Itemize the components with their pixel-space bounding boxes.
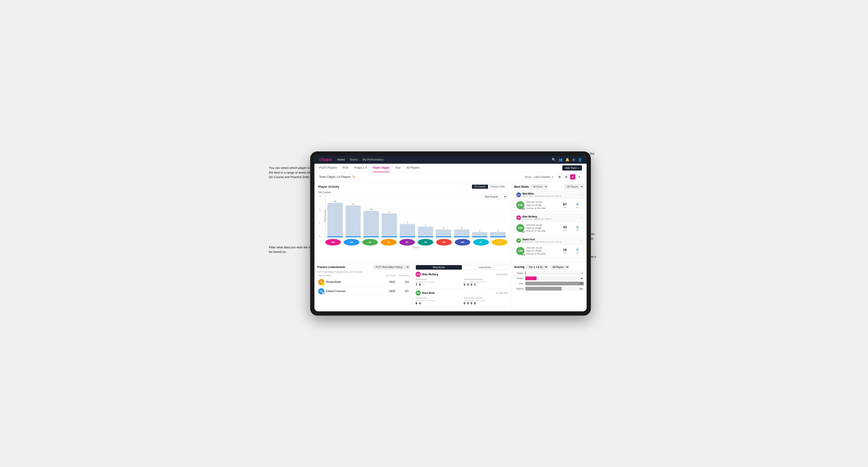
scoring-bars: Eagles 3 Birdies 96 Pars 499 Bogeys 311 — [514, 271, 584, 290]
player-avatar[interactable]: DF — [362, 239, 378, 246]
player-avatar[interactable]: MM — [455, 239, 470, 246]
scoring-title: Scoring — [514, 266, 525, 269]
bar-group: 12 — [346, 197, 361, 237]
active-players-container: BM Blair McHarg 26 Aug 2023 Total Rounds… — [415, 272, 508, 307]
best-shots-title: Best Shots — [514, 185, 529, 188]
bar[interactable] — [328, 203, 343, 237]
add-team-button[interactable]: Add Team + — [562, 165, 582, 170]
chevron-right-icon[interactable]: › — [581, 193, 582, 196]
bar[interactable] — [346, 206, 361, 237]
view-grid4-icon[interactable]: ⊟ — [563, 174, 569, 180]
scoring-bar-fill — [525, 276, 536, 280]
active-player-avatar: RB — [415, 290, 421, 295]
bar[interactable] — [472, 232, 488, 238]
player-avatar[interactable]: JC — [381, 239, 396, 246]
user-circle-icon[interactable]: 👤 — [578, 158, 582, 161]
leaderboard-title: Practice Leaderboards — [317, 266, 345, 269]
tab-pgat-players[interactable]: PGAT Players — [319, 164, 337, 172]
shot-player-sub: 24 Aug 2023 · Royal North Devon GC, Hole… — [522, 241, 579, 243]
shot-details: Shot Dist: 43 ydsStart Lie: RoughEnd Lie… — [526, 224, 559, 232]
tab-tour[interactable]: Tour — [395, 164, 401, 172]
practice-leaderboards-panel: Practice Leaderboards PUTT Must Make Put… — [314, 262, 413, 311]
bar[interactable] — [364, 211, 379, 238]
tab-all-players[interactable]: All Players — [406, 164, 420, 172]
scoring-filter2[interactable]: All Players — [550, 265, 569, 269]
toggle-on-course[interactable]: On Course — [472, 185, 488, 189]
player-avatar[interactable]: LR — [492, 239, 507, 246]
bell-icon[interactable]: 🔔 — [565, 158, 569, 161]
leaderboard-cols: PLAYER NAME PB SCORE PB AVG SQ — [317, 275, 410, 277]
chevron-right-icon[interactable]: › — [581, 239, 582, 242]
bar[interactable] — [418, 227, 433, 237]
chart-dropdown[interactable]: Total Rounds Practice Rounds — [482, 195, 507, 199]
active-total-rounds-group: Total Rounds Tournament Practice 7 6 — [415, 278, 460, 286]
player-activity-panel: Player Activity On Course Practice Drill… — [314, 182, 511, 262]
shot-player-name: Blair McHarg — [522, 215, 579, 218]
view-grid2-icon[interactable]: ⊞ — [557, 174, 562, 180]
on-course-sub-label: On Course — [318, 191, 507, 194]
nav-link-my-performance[interactable]: My Performance — [363, 158, 383, 161]
scoring-filter1[interactable]: Par 3, 4 & 5s — [526, 265, 548, 269]
shot-player-avatar: MM — [516, 192, 521, 197]
scoring-bar-row: Bogeys 311 — [514, 287, 584, 290]
leaderboard-row: EC 2 Edward Crossman 18/20 107 — [317, 287, 410, 296]
bar[interactable] — [490, 232, 505, 238]
player-avatar[interactable]: EE — [399, 239, 415, 246]
players-avatar-row: BMBBDFJCEEGBRBMMECLR — [325, 239, 507, 246]
users-icon[interactable]: 👥 — [559, 158, 563, 161]
toggle-practice-drills[interactable]: Practice Drills — [488, 185, 507, 189]
lb-pb-avg: 107 — [397, 290, 409, 292]
player-avatar[interactable]: EC — [473, 239, 489, 246]
shot-metric-dist: 67 yds — [561, 203, 569, 208]
search-icon[interactable]: 🔍 — [552, 158, 556, 161]
bar[interactable] — [382, 214, 397, 237]
tab-team-clippd[interactable]: Team Clippd — [373, 164, 390, 172]
edit-icon[interactable]: ✏️ — [352, 176, 356, 179]
shot-details: Shot Dist: 67 ydsStart Lie: RoughEnd Lie… — [526, 201, 559, 210]
tablet-frame: clippd Home Teams My Performance 🔍 👥 🔔 ⊕… — [310, 151, 591, 315]
y-axis-labels: 15 10 5 0 — [319, 195, 321, 237]
shot-card-header: BM Blair McHarg 23 Jul 2023 · Aldridge G… — [515, 214, 584, 222]
tab-pga[interactable]: PGA — [342, 164, 348, 172]
best-shots-filter1[interactable]: All Shots — [530, 184, 548, 189]
lb-player-name: Edward Crossman — [326, 290, 381, 292]
best-shots-filter2[interactable]: All Players — [564, 184, 584, 189]
most-active-panel: Most Active Least Active BM Blair McHarg… — [413, 262, 511, 311]
player-avatar[interactable]: GB — [418, 239, 433, 246]
shot-details: Shot Dist: 16 ydsStart Lie: RoughEnd Lie… — [526, 247, 559, 255]
shot-card-header: MM Matt Miller 09 Jun 2023 · Royal North… — [515, 191, 584, 199]
scoring-bar-value: 3 — [582, 272, 583, 274]
scoring-bar-track: 3 — [525, 271, 584, 275]
nav-link-home[interactable]: Home — [337, 158, 345, 161]
active-stats-row: Total Rounds Tournament Practice 8 4 Tot… — [415, 297, 508, 305]
shot-card: BM Blair McHarg 23 Jul 2023 · Aldridge G… — [514, 214, 584, 235]
time-filter-select[interactable]: Last 3 months — [534, 176, 550, 178]
plus-circle-icon[interactable]: ⊕ — [572, 158, 575, 161]
view-heart-icon[interactable]: ♥ — [570, 174, 575, 180]
bar-group: 5 — [400, 197, 415, 237]
shot-card: MM Matt Miller 09 Jun 2023 · Royal North… — [514, 191, 584, 212]
shot-metric-zero: 0 yds — [573, 225, 582, 231]
shot-card-body: 200 SG Shot Dist: 67 ydsStart Lie: Rough… — [515, 199, 584, 212]
best-shots-panel: Best Shots All Shots All Players MM Matt… — [511, 182, 587, 262]
bar[interactable] — [400, 224, 415, 237]
tab-hcaps[interactable]: Hcaps 1-5 — [354, 164, 367, 172]
least-active-btn[interactable]: Least Active — [462, 265, 508, 270]
main-content: Player Activity On Course Practice Drill… — [314, 182, 587, 262]
player-avatar[interactable]: BM — [325, 239, 341, 246]
shot-player-name: David Ford — [522, 238, 579, 241]
active-player-avatar: BM — [415, 272, 421, 277]
bar[interactable] — [436, 229, 451, 238]
leaderboard-rows: RB 1 Richard Butler 19/20 110 EC 2 Edwar… — [317, 278, 410, 296]
nav-link-teams[interactable]: Teams — [349, 158, 358, 161]
active-player-name: Rees Britt — [422, 291, 434, 294]
shot-cards-container: MM Matt Miller 09 Jun 2023 · Royal North… — [514, 191, 584, 257]
most-active-btn[interactable]: Most Active — [416, 265, 462, 270]
nav-logo: clippd — [319, 158, 332, 162]
chevron-right-icon[interactable]: › — [581, 216, 582, 219]
leaderboard-filter[interactable]: PUTT Must Make Putting... — [373, 265, 410, 269]
bar[interactable] — [454, 229, 469, 238]
player-avatar[interactable]: BB — [344, 239, 359, 246]
player-avatar[interactable]: RB — [436, 239, 452, 246]
view-settings-icon[interactable]: ≡ — [577, 174, 582, 180]
